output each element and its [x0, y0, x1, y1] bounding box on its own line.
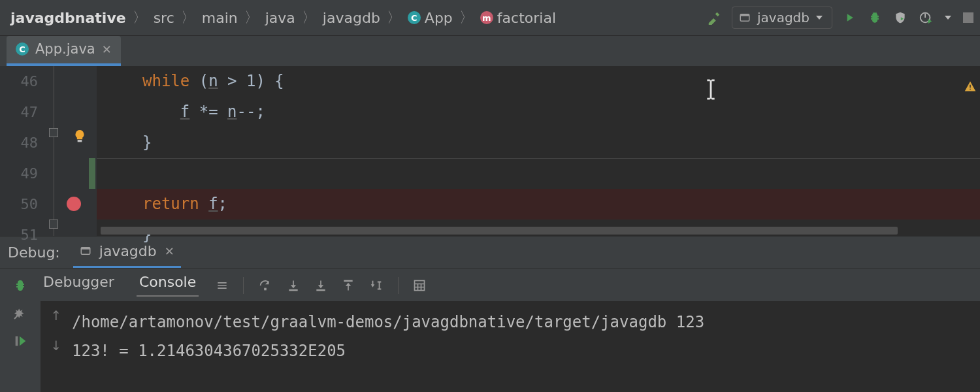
- restart-debug-button[interactable]: [12, 278, 28, 293]
- debug-subtabs: Debugger Console: [41, 274, 199, 297]
- line-number: 49: [0, 158, 44, 189]
- close-icon[interactable]: ✕: [102, 42, 112, 56]
- editor-tab-app[interactable]: C App.java ✕: [7, 36, 121, 66]
- breadcrumb-src[interactable]: src: [150, 8, 178, 27]
- text-cursor-icon: [704, 76, 717, 101]
- code-line[interactable]: return f;: [97, 189, 980, 220]
- separator: [243, 277, 244, 294]
- chevron-right-icon: 〉: [387, 8, 401, 27]
- step-into-icon[interactable]: [287, 278, 300, 293]
- more-run-options[interactable]: [945, 16, 951, 20]
- method-icon: m: [480, 11, 493, 24]
- run-config-label: javagdb: [757, 10, 809, 25]
- up-arrow-icon[interactable]: ↑: [51, 308, 62, 323]
- svg-rect-3: [78, 140, 82, 142]
- breadcrumb-class-label: App: [425, 10, 453, 26]
- console-nav-strip: ↑ ↓: [41, 301, 72, 392]
- intention-bulb-icon[interactable]: [73, 129, 86, 144]
- console-output[interactable]: /home/artamonov/test/graalvm-demos/javag…: [72, 301, 980, 392]
- debug-button[interactable]: [868, 10, 882, 25]
- breadcrumb-method[interactable]: m factorial: [476, 8, 560, 27]
- breadcrumb-pkg[interactable]: javagdb: [319, 8, 384, 27]
- gutter-icons: [44, 66, 97, 236]
- step-toolbar: [216, 277, 426, 294]
- line-number: 46: [0, 66, 44, 97]
- svg-rect-1: [740, 14, 749, 16]
- breadcrumb-method-label: factorial: [497, 10, 556, 26]
- chevron-right-icon: 〉: [181, 8, 195, 27]
- chevron-right-icon: 〉: [459, 8, 474, 27]
- code-line[interactable]: while (n > 1) {: [97, 66, 980, 97]
- force-step-into-icon[interactable]: [314, 278, 327, 293]
- more-icon[interactable]: [216, 279, 229, 292]
- code-line[interactable]: }: [97, 220, 980, 250]
- coverage-button[interactable]: [894, 10, 907, 25]
- down-arrow-icon[interactable]: ↓: [51, 338, 62, 353]
- svg-rect-6: [264, 287, 267, 290]
- step-over-icon[interactable]: [258, 278, 272, 293]
- application-icon: [80, 245, 91, 257]
- svg-rect-8: [317, 289, 325, 291]
- editor-tab-label: App.java: [35, 41, 95, 57]
- debug-toolbar: Debugger Console: [0, 269, 980, 301]
- vcs-change-marker[interactable]: [89, 158, 95, 189]
- code-line[interactable]: }: [97, 127, 980, 158]
- console-line: 123! = 1.2146304367025332E205: [72, 336, 980, 365]
- fold-collapse-icon[interactable]: [49, 220, 58, 229]
- svg-rect-9: [344, 280, 353, 282]
- breakpoint-icon[interactable]: [67, 197, 81, 211]
- svg-rect-10: [415, 280, 425, 290]
- separator: [398, 277, 399, 294]
- settings-icon[interactable]: [12, 305, 28, 321]
- fold-collapse-icon[interactable]: [49, 128, 58, 137]
- breadcrumb-root[interactable]: javagdbnative: [7, 8, 130, 27]
- run-config-selector[interactable]: javagdb: [732, 7, 832, 29]
- chevron-right-icon: 〉: [302, 8, 316, 27]
- class-icon: C: [16, 42, 29, 56]
- code-area[interactable]: while (n > 1) { f *= n--; } return f; }: [97, 66, 980, 236]
- svg-rect-7: [289, 289, 298, 291]
- evaluate-icon[interactable]: [413, 279, 426, 292]
- profile-button[interactable]: [919, 10, 933, 25]
- line-number-gutter: 46 47 48 49 50 51: [0, 66, 44, 236]
- application-icon: [739, 12, 751, 24]
- chevron-down-icon: [816, 16, 823, 20]
- editor-tabs: C App.java ✕: [0, 36, 980, 66]
- navbar: javagdbnative 〉 src 〉 main 〉 java 〉 java…: [0, 0, 980, 36]
- step-out-icon[interactable]: [342, 278, 355, 293]
- line-number: 51: [0, 220, 44, 250]
- tab-debugger[interactable]: Debugger: [41, 274, 117, 297]
- chevron-right-icon: 〉: [244, 8, 259, 27]
- breadcrumb-java[interactable]: java: [261, 8, 299, 27]
- breadcrumb-class[interactable]: C App: [404, 8, 457, 27]
- editor[interactable]: 46 47 48 49 50 51 while (n > 1) { f *= n…: [0, 66, 980, 236]
- tab-console[interactable]: Console: [137, 274, 199, 297]
- stop-button[interactable]: [963, 12, 973, 23]
- warning-icon[interactable]: [964, 76, 976, 95]
- svg-rect-11: [16, 336, 18, 346]
- debug-left-strip: [0, 301, 41, 392]
- console-line: /home/artamonov/test/graalvm-demos/javag…: [72, 308, 980, 336]
- fold-guide: [54, 66, 54, 236]
- run-to-cursor-icon[interactable]: [369, 278, 384, 293]
- horizontal-scrollbar[interactable]: [101, 227, 898, 235]
- toolbar: javagdb: [707, 7, 973, 29]
- code-line[interactable]: f *= n--;: [97, 97, 980, 127]
- console-area: ↑ ↓ /home/artamonov/test/graalvm-demos/j…: [0, 301, 980, 392]
- line-number: 48: [0, 127, 44, 158]
- line-number: 50: [0, 189, 44, 220]
- chevron-right-icon: 〉: [133, 8, 147, 27]
- build-icon[interactable]: [707, 10, 721, 25]
- code-line[interactable]: [97, 158, 980, 189]
- line-number: 47: [0, 97, 44, 127]
- run-button[interactable]: [843, 11, 856, 24]
- svg-rect-5: [81, 248, 90, 250]
- class-icon: C: [408, 11, 421, 24]
- breadcrumb-main[interactable]: main: [198, 8, 242, 27]
- resume-icon[interactable]: [13, 334, 27, 348]
- breadcrumb: javagdbnative 〉 src 〉 main 〉 java 〉 java…: [7, 8, 560, 27]
